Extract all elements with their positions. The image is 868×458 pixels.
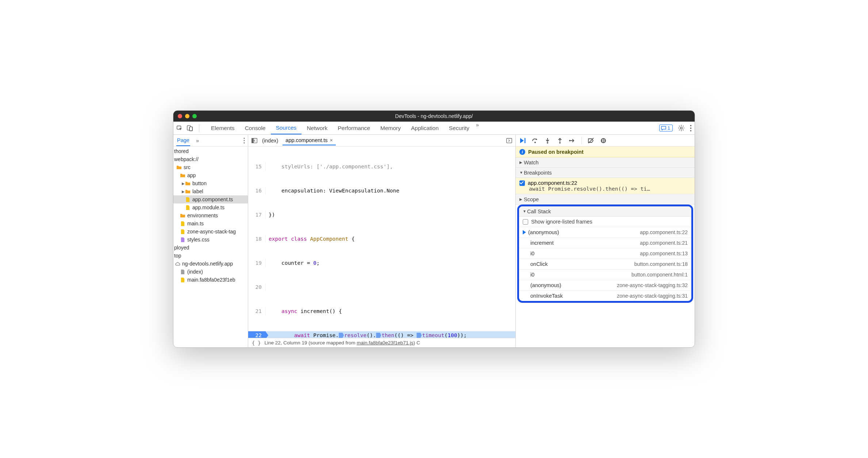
stack-frame[interactable]: onInvokeTaskzone-async-stack-tagging.ts:… [519, 291, 691, 301]
step-marker-icon [339, 333, 344, 338]
call-stack-highlight: ▼Call Stack Show ignore-listed frames (a… [517, 205, 693, 303]
svg-rect-14 [525, 138, 526, 143]
step-out-button[interactable] [557, 137, 563, 144]
editor-statusbar: { } Line 22, Column 19 (source mapped fr… [248, 338, 515, 347]
breakpoints-section[interactable]: ▼Breakpoints [516, 168, 695, 178]
panel-tabs: Elements Console Sources Network Perform… [206, 122, 479, 134]
tree-node[interactable]: ▶button [173, 179, 248, 187]
stack-frame[interactable]: i0button.component.html:1 [519, 270, 691, 280]
stack-frame[interactable]: (anonymous)zone-async-stack-tagging.ts:3… [519, 280, 691, 291]
stack-frame[interactable]: (anonymous) app.component.ts:22 [519, 227, 691, 238]
svg-point-10 [244, 142, 245, 143]
stack-frame[interactable]: onClickbutton.component.ts:18 [519, 259, 691, 270]
tree-node[interactable]: app.module.ts [173, 203, 248, 211]
tab-elements[interactable]: Elements [206, 122, 240, 134]
scope-section[interactable]: ▶Scope [516, 194, 695, 205]
tree-node[interactable]: environments [173, 211, 248, 220]
resume-script-button[interactable] [519, 137, 526, 144]
tree-node[interactable]: ployed [173, 244, 248, 252]
more-options-icon[interactable] [690, 125, 692, 131]
tab-performance[interactable]: Performance [333, 122, 375, 134]
tree-node[interactable]: thored [173, 147, 248, 155]
deactivate-breakpoints-button[interactable] [588, 137, 594, 144]
tree-node[interactable]: main.ts [173, 220, 248, 228]
tree-node[interactable]: app [173, 171, 248, 179]
breakpoint-snippet: await Promise.resolve().then(() => ti… [519, 186, 691, 192]
step-button[interactable] [569, 137, 576, 144]
file-icon [185, 197, 191, 202]
svg-point-17 [559, 142, 561, 144]
debugger-toolbar [516, 135, 695, 146]
source-map-link[interactable]: main.fa8bfa0e23f1eb71.js [357, 340, 413, 346]
breakpoint-entry[interactable]: app.component.ts:22 await Promise.resolv… [516, 178, 695, 194]
step-marker-icon [416, 333, 422, 338]
call-stack-section[interactable]: ▼Call Stack [519, 206, 691, 217]
file-tree[interactable]: thored webpack:// src app ▶button ▶label… [173, 146, 248, 347]
tab-memory[interactable]: Memory [375, 122, 406, 134]
svg-point-5 [690, 125, 692, 126]
svg-point-6 [690, 127, 692, 129]
close-window-button[interactable] [178, 114, 182, 118]
svg-point-7 [690, 130, 692, 131]
tree-node[interactable]: src [173, 163, 248, 171]
tabs-overflow-button[interactable]: » [476, 122, 479, 134]
tab-console[interactable]: Console [240, 122, 271, 134]
tree-node[interactable]: ▶label [173, 187, 248, 195]
breakpoint-checkbox[interactable] [519, 180, 525, 186]
watch-section[interactable]: ▶Watch [516, 157, 695, 168]
navigator-overflow-button[interactable]: » [196, 137, 199, 144]
code-editor[interactable]: 15 styleUrls: ['./app.component.css'], 1… [248, 146, 515, 338]
dock-left-icon[interactable] [251, 137, 258, 144]
editor-tab-app-component[interactable]: app.component.ts× [283, 136, 335, 145]
navigator-more-icon[interactable] [243, 138, 245, 144]
settings-icon[interactable] [678, 125, 685, 131]
svg-point-16 [547, 142, 548, 144]
tree-node[interactable]: ng-devtools.netlify.app [173, 260, 248, 268]
tab-sources[interactable]: Sources [271, 122, 302, 134]
tab-application[interactable]: Application [406, 122, 444, 134]
dock-right-icon[interactable] [506, 137, 512, 144]
svg-point-4 [680, 127, 683, 129]
stack-frame[interactable]: i0app.component.ts:13 [519, 248, 691, 259]
minimize-window-button[interactable] [185, 114, 189, 118]
svg-rect-2 [189, 127, 192, 131]
tree-node[interactable]: (index) [173, 268, 248, 276]
current-execution-line[interactable]: 22 await Promise.resolve().then(() => ti… [248, 331, 515, 338]
tab-network[interactable]: Network [302, 122, 333, 134]
tree-node[interactable]: main.fa8bfa0e23f1eb [173, 276, 248, 284]
tree-node[interactable]: top [173, 252, 248, 260]
show-ignored-frames-toggle[interactable]: Show ignore-listed frames [519, 217, 691, 227]
main-toolbar: Elements Console Sources Network Perform… [173, 122, 695, 135]
svg-rect-20 [602, 139, 603, 142]
folder-icon [185, 181, 191, 186]
step-into-button[interactable] [544, 137, 551, 144]
folder-icon [180, 213, 185, 218]
inspect-element-icon[interactable] [176, 125, 183, 131]
console-messages-button[interactable]: 1 [659, 125, 673, 131]
message-count: 1 [668, 125, 670, 131]
info-icon: i [519, 149, 525, 155]
checkbox-icon[interactable] [523, 219, 528, 225]
editor-tab-index[interactable]: (index) [259, 136, 281, 145]
navigator-tab-page[interactable]: Page [176, 135, 190, 146]
maximize-window-button[interactable] [192, 114, 197, 118]
tree-node[interactable]: webpack:// [173, 155, 248, 163]
tree-node-selected[interactable]: app.component.ts [173, 195, 248, 203]
separator [199, 124, 199, 132]
editor-tabs: (index) app.component.ts× [248, 135, 515, 146]
file-icon [185, 205, 191, 210]
folder-icon [180, 173, 185, 178]
separator [581, 137, 582, 144]
tree-node[interactable]: zone-async-stack-tag [173, 228, 248, 236]
step-over-button[interactable] [532, 137, 538, 144]
stack-frame[interactable]: incrementapp.component.ts:21 [519, 238, 691, 248]
device-toolbar-icon[interactable] [187, 125, 193, 131]
svg-point-15 [534, 142, 536, 143]
tree-node[interactable]: styles.css [173, 236, 248, 244]
pause-on-exceptions-button[interactable] [600, 137, 607, 144]
tab-security[interactable]: Security [444, 122, 475, 134]
file-icon [180, 221, 185, 226]
pretty-print-icon[interactable]: { } [252, 340, 261, 346]
close-tab-icon[interactable]: × [330, 137, 333, 143]
editor-panel: (index) app.component.ts× 15 styleUrls: … [248, 135, 516, 347]
